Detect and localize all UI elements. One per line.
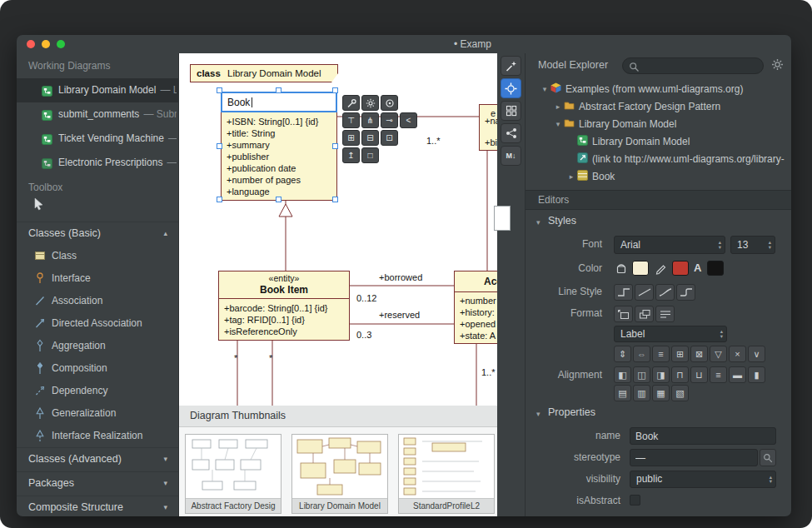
expander-icon[interactable]: ▾: [539, 85, 550, 93]
tree-item-library-diagram[interactable]: Library Domain Model: [526, 132, 791, 150]
tool-directed-association[interactable]: Directed Association: [17, 312, 179, 335]
stepper-icon[interactable]: ▴▾: [769, 240, 771, 249]
tool-dependency[interactable]: Dependency: [17, 380, 179, 402]
auto-resize-button[interactable]: [614, 306, 633, 322]
align-button[interactable]: ◫: [633, 366, 650, 383]
move-up-button[interactable]: ↥: [342, 147, 360, 163]
display-option-button[interactable]: ⇔: [633, 346, 650, 362]
expander-icon[interactable]: ▸: [552, 102, 564, 111]
display-option-button[interactable]: ⊞: [671, 346, 689, 362]
expander-icon[interactable]: ▸: [565, 172, 577, 181]
visibility-select[interactable]: public ▴▾: [630, 471, 776, 488]
display-option-button[interactable]: ▽: [710, 346, 727, 362]
stepper-icon[interactable]: ▴▾: [770, 475, 772, 484]
target-icon[interactable]: [381, 95, 398, 111]
fill-color-swatch[interactable]: [632, 261, 649, 276]
close-button[interactable]: [27, 40, 35, 48]
display-option-button[interactable]: ⇕: [614, 346, 631, 362]
distribute-button[interactable]: ▥: [633, 385, 650, 401]
selection-handle[interactable]: [217, 87, 222, 93]
display-option-button[interactable]: ×: [729, 346, 746, 362]
add-attribute-button[interactable]: ⊞: [342, 130, 360, 146]
align-button[interactable]: ◨: [652, 366, 670, 383]
line-style-rectilinear-button[interactable]: [614, 284, 633, 301]
add-subclass-button[interactable]: ⊤: [342, 112, 360, 128]
align-button[interactable]: ▬: [729, 366, 746, 383]
thumbnails-view-button[interactable]: [501, 101, 521, 121]
label-display-select[interactable]: Label ▴▾: [614, 326, 727, 342]
word-wrap-button[interactable]: [655, 306, 675, 322]
distribute-button[interactable]: ▧: [671, 385, 689, 401]
tool-class[interactable]: Class: [17, 245, 179, 267]
font-color-swatch[interactable]: [707, 261, 724, 276]
selection-handle[interactable]: [276, 197, 281, 202]
line-color-icon[interactable]: [654, 261, 669, 279]
tool-composition[interactable]: Composition: [17, 357, 179, 380]
tool-generalization[interactable]: Generalization: [17, 402, 179, 425]
distribute-button[interactable]: ▦: [652, 385, 670, 401]
line-style-curve-button[interactable]: [655, 284, 675, 301]
align-button[interactable]: ◧: [614, 366, 631, 383]
tree-item-book[interactable]: ▸ Book: [526, 167, 791, 185]
select-tool-cursor-icon[interactable]: [30, 197, 47, 217]
tool-interface[interactable]: Interface: [17, 267, 179, 290]
tool-aggregation[interactable]: Aggregation: [17, 335, 179, 357]
maximize-button[interactable]: [57, 40, 65, 48]
display-option-button[interactable]: ∨: [748, 346, 765, 362]
expander-icon[interactable]: ▾: [552, 120, 564, 128]
align-button[interactable]: ▮: [748, 366, 765, 383]
add-branch-button[interactable]: ⋔: [361, 112, 379, 128]
add-required-interface-button[interactable]: <: [400, 112, 417, 128]
gear-icon[interactable]: [361, 95, 379, 111]
uml-class-book-item[interactable]: «entity» Book Item +barcode: String[0..1…: [218, 271, 350, 341]
font-size-spinner[interactable]: 13 ▴▾: [730, 236, 775, 254]
relationships-button[interactable]: [501, 123, 521, 143]
add-operation-button[interactable]: ⊟: [361, 130, 379, 146]
align-button[interactable]: ⊓: [671, 366, 689, 383]
working-diagram-item[interactable]: Electronic Prescriptions—: [17, 151, 179, 175]
add-template-button[interactable]: ⊡: [381, 130, 398, 146]
align-button[interactable]: ⊔: [690, 366, 708, 383]
markdown-button[interactable]: M↓: [501, 146, 521, 166]
stepper-icon[interactable]: ▴▾: [719, 240, 721, 249]
diagram-frame-label[interactable]: class Library Domain Model: [190, 64, 338, 82]
minimize-button[interactable]: [42, 40, 50, 48]
line-style-rounded-button[interactable]: [676, 284, 695, 301]
stereotype-field[interactable]: [630, 449, 758, 466]
font-color-icon[interactable]: A: [694, 262, 701, 274]
thumbnail-library-domain-model[interactable]: Library Domain Model: [291, 434, 388, 514]
explorer-search-input[interactable]: [643, 59, 758, 72]
font-family-select[interactable]: Arial ▴▾: [614, 236, 725, 254]
tree-item-project[interactable]: ▾ Examples (from www.uml-diagrams.org): [526, 80, 791, 97]
uml-class-book[interactable]: Book +ISBN: String[0..1] {id} +title: St…: [221, 92, 337, 201]
selection-handle[interactable]: [217, 143, 222, 149]
thumbnail-abstract-factory[interactable]: Abstract Factory Desig: [185, 434, 281, 514]
distribute-button[interactable]: ▤: [614, 385, 631, 401]
tool-interface-realization[interactable]: Interface Realization: [17, 425, 179, 447]
tool-association[interactable]: Association: [17, 290, 179, 312]
toolbox-section-classes-basic[interactable]: Classes (Basic) ▴: [17, 222, 179, 245]
toolbox-section-classes-advanced[interactable]: Classes (Advanced) ▾: [17, 447, 179, 471]
collapse-icon[interactable]: ▾: [536, 410, 541, 418]
wrench-icon[interactable]: [342, 95, 360, 111]
working-diagram-item[interactable]: Ticket Vending Machine— T: [17, 127, 179, 151]
selection-handle[interactable]: [217, 197, 222, 202]
selection-handle[interactable]: [276, 87, 281, 93]
working-diagram-item[interactable]: submit_comments— Submit: [17, 102, 179, 127]
tree-item-abstract-factory[interactable]: ▸ Abstract Factory Design Pattern: [526, 97, 791, 115]
working-diagram-item[interactable]: Library Domain Model— Lib: [17, 78, 179, 102]
collapse-icon[interactable]: ▾: [536, 218, 541, 227]
display-option-button[interactable]: ⊠: [690, 346, 708, 362]
toolbox-section-composite-structure[interactable]: Composite Structure ▾: [17, 496, 179, 516]
move-tool-button[interactable]: [501, 78, 521, 98]
fill-color-icon[interactable]: [614, 261, 629, 279]
align-button[interactable]: ≡: [710, 366, 727, 383]
explorer-search[interactable]: [622, 57, 764, 74]
stack-order-button[interactable]: [635, 306, 654, 322]
uml-class-account-partial[interactable]: Account +number +history: +opened +state…: [454, 271, 497, 344]
tree-item-library-domain-model[interactable]: ▾ Library Domain Model: [526, 115, 791, 132]
stereotype-search-button[interactable]: [760, 449, 776, 466]
diagram-canvas[interactable]: class Library Domain Model +na +bi Book …: [179, 53, 497, 406]
selection-handle[interactable]: [332, 197, 338, 202]
class-name-editor[interactable]: Book: [221, 92, 337, 112]
